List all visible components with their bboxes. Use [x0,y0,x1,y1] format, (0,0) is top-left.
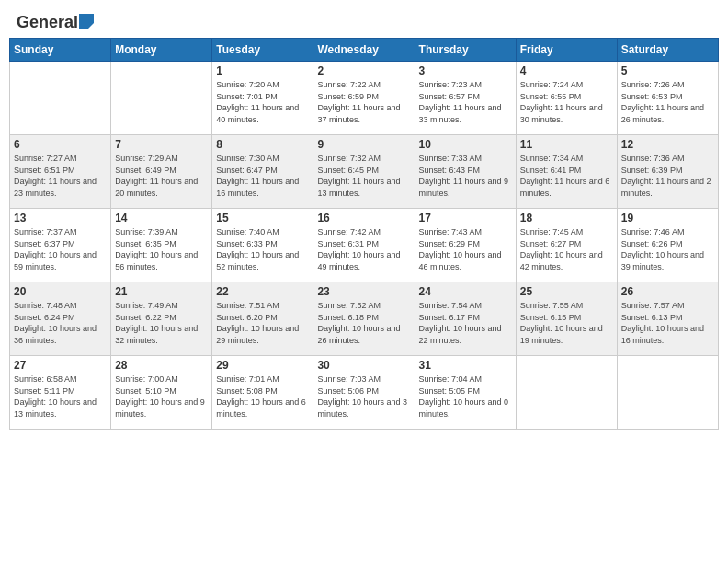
day-number: 16 [317,212,410,224]
day-detail: Sunrise: 7:26 AMSunset: 6:53 PMDaylight:… [621,79,714,125]
calendar-cell: 9Sunrise: 7:32 AMSunset: 6:45 PMDaylight… [313,135,415,209]
calendar-cell: 31Sunrise: 7:04 AMSunset: 5:05 PMDayligh… [415,356,516,430]
calendar-cell: 8Sunrise: 7:30 AMSunset: 6:47 PMDaylight… [212,135,313,209]
calendar-cell: 15Sunrise: 7:40 AMSunset: 6:33 PMDayligh… [212,209,313,282]
day-number: 29 [216,359,309,372]
calendar-cell: 19Sunrise: 7:46 AMSunset: 6:26 PMDayligh… [617,209,718,282]
weekday-header: Saturday [617,39,718,62]
day-detail: Sunrise: 7:54 AMSunset: 6:17 PMDaylight:… [419,300,512,346]
day-detail: Sunrise: 7:29 AMSunset: 6:49 PMDaylight:… [115,153,208,199]
day-number: 18 [520,212,613,224]
day-number: 30 [317,359,410,372]
calendar-cell: 6Sunrise: 7:27 AMSunset: 6:51 PMDaylight… [10,135,111,209]
logo: General [17,13,94,29]
logo-general-text: General [17,13,78,32]
day-number: 10 [419,138,512,151]
day-detail: Sunrise: 7:22 AMSunset: 6:59 PMDaylight:… [317,79,410,125]
calendar-cell [10,62,111,135]
day-number: 28 [115,359,208,372]
day-number: 3 [419,64,512,77]
logo-icon [79,14,94,29]
day-number: 24 [419,285,512,298]
calendar-cell: 14Sunrise: 7:39 AMSunset: 6:35 PMDayligh… [111,209,212,282]
calendar-cell [516,356,617,430]
calendar-cell: 3Sunrise: 7:23 AMSunset: 6:57 PMDaylight… [415,62,516,135]
day-number: 14 [115,212,208,224]
day-number: 6 [14,138,107,151]
calendar-week-row: 6Sunrise: 7:27 AMSunset: 6:51 PMDaylight… [10,135,719,209]
header: General [9,9,719,32]
day-number: 2 [317,64,410,77]
day-number: 1 [216,64,309,77]
day-detail: Sunrise: 6:58 AMSunset: 5:11 PMDaylight:… [14,373,107,419]
day-detail: Sunrise: 7:55 AMSunset: 6:15 PMDaylight:… [520,300,613,346]
day-detail: Sunrise: 7:36 AMSunset: 6:39 PMDaylight:… [621,153,714,199]
calendar-cell: 25Sunrise: 7:55 AMSunset: 6:15 PMDayligh… [516,282,617,356]
day-number: 22 [216,285,309,298]
calendar-cell: 17Sunrise: 7:43 AMSunset: 6:29 PMDayligh… [415,209,516,282]
calendar-cell: 7Sunrise: 7:29 AMSunset: 6:49 PMDaylight… [111,135,212,209]
day-detail: Sunrise: 7:24 AMSunset: 6:55 PMDaylight:… [520,79,613,125]
day-number: 27 [14,359,107,372]
calendar-cell: 21Sunrise: 7:49 AMSunset: 6:22 PMDayligh… [111,282,212,356]
calendar-cell: 11Sunrise: 7:34 AMSunset: 6:41 PMDayligh… [516,135,617,209]
day-detail: Sunrise: 7:20 AMSunset: 7:01 PMDaylight:… [216,79,309,125]
calendar-cell: 23Sunrise: 7:52 AMSunset: 6:18 PMDayligh… [313,282,415,356]
day-number: 11 [520,138,613,151]
weekday-header: Friday [516,39,617,62]
calendar-cell: 10Sunrise: 7:33 AMSunset: 6:43 PMDayligh… [415,135,516,209]
day-number: 9 [317,138,410,151]
day-detail: Sunrise: 7:45 AMSunset: 6:27 PMDaylight:… [520,226,613,272]
calendar-cell: 18Sunrise: 7:45 AMSunset: 6:27 PMDayligh… [516,209,617,282]
calendar-cell: 30Sunrise: 7:03 AMSunset: 5:06 PMDayligh… [313,356,415,430]
day-number: 7 [115,138,208,151]
calendar-cell: 16Sunrise: 7:42 AMSunset: 6:31 PMDayligh… [313,209,415,282]
calendar-cell [111,62,212,135]
day-number: 20 [14,285,107,298]
calendar-cell: 13Sunrise: 7:37 AMSunset: 6:37 PMDayligh… [10,209,111,282]
calendar-cell: 20Sunrise: 7:48 AMSunset: 6:24 PMDayligh… [10,282,111,356]
day-detail: Sunrise: 7:48 AMSunset: 6:24 PMDaylight:… [14,300,107,346]
calendar-cell: 1Sunrise: 7:20 AMSunset: 7:01 PMDaylight… [212,62,313,135]
calendar-week-row: 13Sunrise: 7:37 AMSunset: 6:37 PMDayligh… [10,209,719,282]
day-detail: Sunrise: 7:03 AMSunset: 5:06 PMDaylight:… [317,373,410,419]
weekday-header: Wednesday [313,39,415,62]
weekday-header: Tuesday [212,39,313,62]
day-detail: Sunrise: 7:34 AMSunset: 6:41 PMDaylight:… [520,153,613,199]
day-detail: Sunrise: 7:52 AMSunset: 6:18 PMDaylight:… [317,300,410,346]
calendar-cell: 24Sunrise: 7:54 AMSunset: 6:17 PMDayligh… [415,282,516,356]
calendar: SundayMondayTuesdayWednesdayThursdayFrid… [9,38,719,430]
day-detail: Sunrise: 7:42 AMSunset: 6:31 PMDaylight:… [317,226,410,272]
weekday-header: Sunday [10,39,111,62]
calendar-cell: 22Sunrise: 7:51 AMSunset: 6:20 PMDayligh… [212,282,313,356]
weekday-header: Thursday [415,39,516,62]
calendar-cell: 12Sunrise: 7:36 AMSunset: 6:39 PMDayligh… [617,135,718,209]
calendar-cell: 5Sunrise: 7:26 AMSunset: 6:53 PMDaylight… [617,62,718,135]
day-number: 25 [520,285,613,298]
day-number: 19 [621,212,714,224]
calendar-cell: 4Sunrise: 7:24 AMSunset: 6:55 PMDaylight… [516,62,617,135]
calendar-cell: 27Sunrise: 6:58 AMSunset: 5:11 PMDayligh… [10,356,111,430]
day-detail: Sunrise: 7:32 AMSunset: 6:45 PMDaylight:… [317,153,410,199]
day-detail: Sunrise: 7:01 AMSunset: 5:08 PMDaylight:… [216,373,309,419]
day-detail: Sunrise: 7:39 AMSunset: 6:35 PMDaylight:… [115,226,208,272]
day-number: 4 [520,64,613,77]
calendar-cell: 2Sunrise: 7:22 AMSunset: 6:59 PMDaylight… [313,62,415,135]
day-number: 13 [14,212,107,224]
day-number: 5 [621,64,714,77]
calendar-cell: 29Sunrise: 7:01 AMSunset: 5:08 PMDayligh… [212,356,313,430]
day-detail: Sunrise: 7:33 AMSunset: 6:43 PMDaylight:… [419,153,512,199]
day-detail: Sunrise: 7:43 AMSunset: 6:29 PMDaylight:… [419,226,512,272]
day-detail: Sunrise: 7:49 AMSunset: 6:22 PMDaylight:… [115,300,208,346]
calendar-cell [617,356,718,430]
calendar-week-row: 27Sunrise: 6:58 AMSunset: 5:11 PMDayligh… [10,356,719,430]
weekday-header: Monday [111,39,212,62]
day-detail: Sunrise: 7:30 AMSunset: 6:47 PMDaylight:… [216,153,309,199]
day-number: 12 [621,138,714,151]
day-number: 21 [115,285,208,298]
calendar-week-row: 20Sunrise: 7:48 AMSunset: 6:24 PMDayligh… [10,282,719,356]
day-detail: Sunrise: 7:57 AMSunset: 6:13 PMDaylight:… [621,300,714,346]
day-detail: Sunrise: 7:37 AMSunset: 6:37 PMDaylight:… [14,226,107,272]
day-number: 8 [216,138,309,151]
day-number: 15 [216,212,309,224]
